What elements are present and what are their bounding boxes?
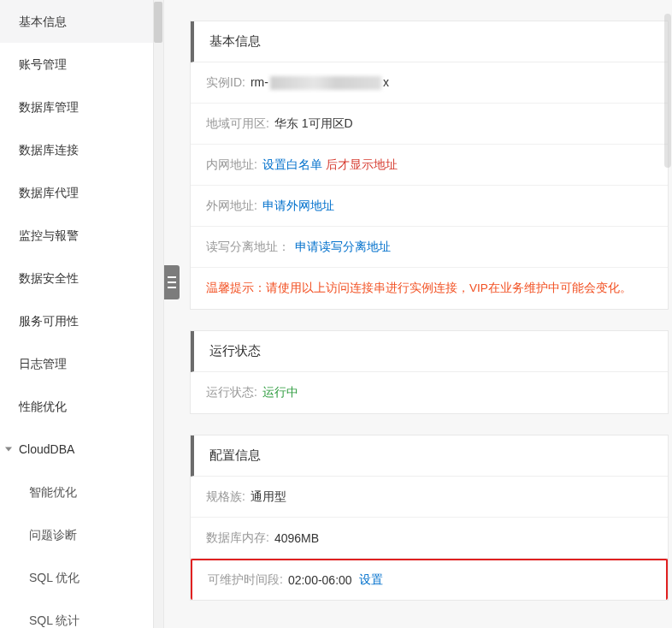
sidebar-item-label: 数据安全性 [19, 271, 79, 285]
sidebar-item-problem-diag[interactable]: 问题诊断 [0, 513, 163, 556]
field-label: 运行状态: [206, 385, 257, 400]
field-label: 地域可用区: [206, 116, 269, 132]
apply-rw-split-link[interactable]: 申请读写分离地址 [295, 240, 391, 255]
field-label: 实例ID: [206, 75, 245, 91]
sidebar: 基本信息 账号管理 数据库管理 数据库连接 数据库代理 监控与報警 数据安全性 … [0, 0, 164, 628]
field-value: rm-x [251, 75, 389, 90]
maintenance-window-value: 02:00-06:00 [288, 573, 352, 587]
handle-bar-icon [168, 276, 176, 278]
row-running-status: 运行状态: 运行中 [191, 372, 668, 413]
row-memory: 数据库内存: 4096MB [191, 518, 668, 559]
field-label: 读写分离地址： [206, 240, 290, 255]
sidebar-item-label: 监控与報警 [19, 228, 79, 242]
sidebar-item-label: SQL 统计 [29, 613, 80, 627]
row-internet: 外网地址: 申请外网地址 [191, 186, 668, 227]
sidebar-item-monitoring[interactable]: 监控与報警 [0, 214, 163, 257]
row-rw-split: 读写分离地址： 申请读写分离地址 [191, 227, 668, 268]
row-spec-family: 规格族: 通用型 [191, 477, 668, 518]
sidebar-scrollbar-track[interactable] [153, 0, 163, 628]
sidebar-item-service-ha[interactable]: 服务可用性 [0, 299, 163, 342]
panel-header: 配置信息 [191, 435, 668, 477]
caret-down-icon [5, 447, 12, 452]
sidebar-scrollbar-thumb[interactable] [154, 2, 162, 43]
panel-title: 配置信息 [209, 447, 261, 464]
panel-title: 基本信息 [209, 33, 261, 50]
sidebar-item-label: 智能优化 [29, 485, 77, 499]
panel-basic-info: 基本信息 实例ID: rm-x 地域可用区: 华东 1可用区D 内网地址: 设置… [190, 21, 669, 310]
field-label: 可维护时间段: [208, 572, 283, 588]
field-label: 外网地址: [206, 198, 257, 214]
set-whitelist-link[interactable]: 设置白名单 [262, 157, 322, 173]
row-region: 地域可用区: 华东 1可用区D [191, 104, 668, 145]
sidebar-item-basic-info[interactable]: 基本信息 [0, 0, 163, 43]
sidebar-item-sql-stats[interactable]: SQL 统计 [0, 599, 163, 628]
sidebar-item-label: 服务可用性 [19, 314, 79, 328]
status-value: 运行中 [262, 385, 298, 400]
row-maintenance-window: 可维护时间段: 02:00-06:00 设置 [191, 559, 668, 600]
field-value: 华东 1可用区D [274, 116, 353, 132]
sidebar-item-label: 基本信息 [19, 15, 67, 28]
row-intranet: 内网地址: 设置白名单 后才显示地址 [191, 145, 668, 186]
row-tip: 温馨提示：请使用以上访问连接串进行实例连接，VIP在业务维护中可能会变化。 [191, 268, 668, 309]
field-label: 规格族: [206, 489, 245, 505]
handle-bar-icon [168, 287, 176, 288]
sidebar-item-intelligent-opt[interactable]: 智能优化 [0, 471, 163, 513]
sidebar-item-label: 日志管理 [19, 357, 67, 370]
sidebar-item-label: 问题诊断 [29, 528, 77, 542]
panel-header: 运行状态 [191, 331, 668, 372]
panel-config: 配置信息 规格族: 通用型 数据库内存: 4096MB 可维护时间段: 02:0… [190, 435, 669, 601]
row-instance-id: 实例ID: rm-x [191, 62, 668, 104]
sidebar-group-clouddba[interactable]: CloudDBA [0, 428, 163, 471]
sidebar-item-label: SQL 优化 [29, 571, 80, 584]
sidebar-item-database-proxy[interactable]: 数据库代理 [0, 171, 163, 214]
instance-id-suffix: x [383, 75, 389, 89]
sidebar-item-label: 数据库代理 [19, 186, 79, 199]
handle-bar-icon [168, 281, 176, 283]
instance-id-prefix: rm- [251, 75, 268, 89]
sidebar-collapse-handle[interactable] [164, 265, 180, 299]
set-maintenance-link[interactable]: 设置 [359, 572, 383, 588]
field-value: 4096MB [274, 531, 319, 545]
sidebar-item-sql-opt[interactable]: SQL 优化 [0, 556, 163, 599]
redacted-text [270, 76, 381, 90]
tip-text: 温馨提示：请使用以上访问连接串进行实例连接，VIP在业务维护中可能会变化。 [206, 281, 632, 296]
sidebar-item-database-conn[interactable]: 数据库连接 [0, 128, 163, 171]
sidebar-item-label: CloudDBA [19, 428, 74, 471]
sidebar-item-account-mgmt[interactable]: 账号管理 [0, 43, 163, 86]
panel-header: 基本信息 [191, 21, 668, 62]
sidebar-item-label: 数据库管理 [19, 100, 79, 114]
sidebar-item-label: 账号管理 [19, 57, 67, 71]
sidebar-item-data-security[interactable]: 数据安全性 [0, 257, 163, 299]
panel-title: 运行状态 [209, 343, 261, 359]
sidebar-item-label: 性能优化 [19, 400, 67, 413]
field-value: 通用型 [251, 489, 286, 505]
sidebar-item-label: 数据库连接 [19, 143, 79, 157]
field-label: 内网地址: [206, 157, 257, 173]
field-hint: 后才显示地址 [326, 157, 398, 173]
sidebar-item-log-mgmt[interactable]: 日志管理 [0, 342, 163, 385]
panel-status: 运行状态 运行状态: 运行中 [190, 330, 669, 414]
sidebar-item-database-mgmt[interactable]: 数据库管理 [0, 86, 163, 128]
main-scrollbar-thumb[interactable] [664, 14, 671, 168]
main-scrollbar[interactable] [663, 0, 672, 628]
app-root: 基本信息 账号管理 数据库管理 数据库连接 数据库代理 监控与報警 数据安全性 … [0, 0, 672, 628]
main-content: 基本信息 实例ID: rm-x 地域可用区: 华东 1可用区D 内网地址: 设置… [164, 0, 672, 628]
field-label: 数据库内存: [206, 530, 269, 546]
sidebar-item-perf-opt[interactable]: 性能优化 [0, 385, 163, 428]
apply-internet-link[interactable]: 申请外网地址 [262, 198, 334, 214]
